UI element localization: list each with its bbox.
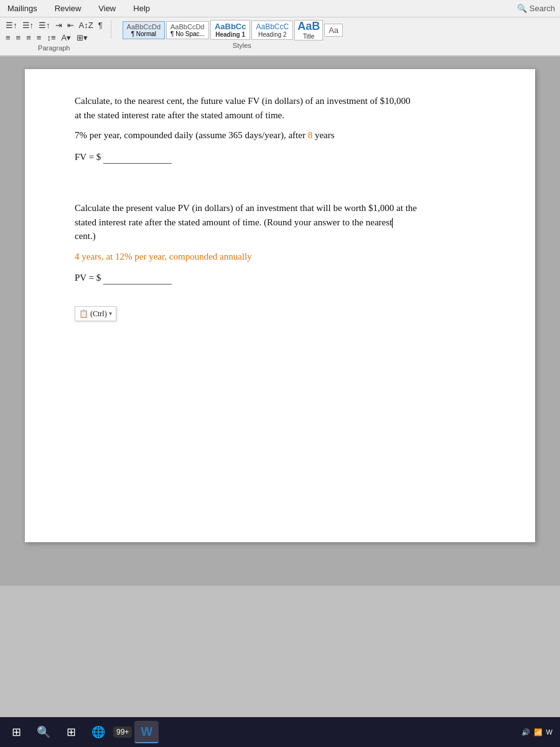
paragraph-controls: ☰↑ ☰↑ ☰↑ ⇥ ⇤ A↕Z ¶ — [4, 20, 105, 31]
list-icon[interactable]: ☰↑ — [37, 20, 52, 31]
tray-icon-2: 📶 — [534, 728, 543, 736]
menu-view[interactable]: View — [96, 2, 118, 14]
menu-bar: Mailings Review View Help 🔍 Search — [0, 0, 560, 17]
pilcrow-icon[interactable]: ¶ — [96, 20, 105, 31]
indent-icon[interactable]: ☰↑ — [4, 20, 19, 31]
style-nospace[interactable]: AaBbCcDd ¶ No Spac... — [166, 21, 209, 39]
taskbar-badge[interactable]: 99+ — [113, 726, 132, 738]
style-normal[interactable]: AaBbCcDd ¶ Normal — [123, 21, 165, 39]
problem2-line1: Calculate the present value PV (in dolla… — [75, 203, 417, 213]
ctrl-dropdown-arrow: ▾ — [109, 309, 112, 318]
problem1-text: Calculate, to the nearest cent, the futu… — [75, 94, 498, 122]
style-aa[interactable]: Aa — [324, 24, 343, 37]
doc-content: Calculate, to the nearest cent, the futu… — [75, 94, 498, 321]
ctrl-label: (Ctrl) — [90, 308, 107, 319]
problem1-answer-input[interactable] — [103, 150, 172, 164]
search-label[interactable]: Search — [530, 4, 555, 13]
increase-indent-icon[interactable]: ⇥ — [54, 20, 64, 31]
problem-divider — [75, 182, 498, 201]
problem1-line1: Calculate, to the nearest cent, the futu… — [75, 96, 411, 106]
doc-page: Calculate, to the nearest cent, the futu… — [25, 69, 535, 542]
taskbar-edge-icon[interactable]: 🌐 — [86, 720, 111, 745]
start-icon: ⊞ — [12, 725, 21, 739]
menu-help[interactable]: Help — [131, 2, 152, 14]
taskbar: ⊞ 🔍 ⊞ 🌐 99+ W 🔊 📶 W — [0, 717, 560, 747]
borders-icon[interactable]: ⊞▾ — [75, 32, 90, 43]
menu-review[interactable]: Review — [52, 2, 84, 14]
outdent-icon[interactable]: ☰↑ — [21, 20, 36, 31]
taskbar-word-app[interactable]: W — [134, 721, 159, 743]
menu-mailings[interactable]: Mailings — [5, 2, 40, 14]
sort-icon[interactable]: A↕Z — [77, 20, 95, 31]
word-icon: W — [141, 725, 152, 739]
taskbar-search-icon[interactable]: 🔍 — [31, 720, 56, 745]
styles-section: AaBbCcDd ¶ Normal AaBbCcDd ¶ No Spac... … — [123, 20, 343, 49]
problem1-condition-suffix: years — [312, 130, 334, 140]
problem1-condition: 7% per year, compounded daily (assume 36… — [75, 128, 498, 143]
align-right-icon[interactable]: ≡ — [24, 32, 33, 43]
paragraph-label: Paragraph — [4, 43, 105, 52]
styles-boxes: AaBbCcDd ¶ Normal AaBbCcDd ¶ No Spac... … — [123, 20, 343, 40]
taskbar-tray: 🔊 📶 W — [521, 728, 556, 736]
problem1-answer-label: FV = $ — [75, 150, 101, 164]
tray-clock: W — [546, 728, 553, 736]
line-spacing-icon[interactable]: ↕≡ — [45, 32, 57, 43]
doc-area: Calculate, to the nearest cent, the futu… — [0, 57, 560, 586]
taskbar-grid-icon[interactable]: ⊞ — [58, 720, 83, 745]
problem2-line2: stated interest rate after the stated am… — [75, 217, 392, 227]
problem1-line2: at the stated interest rate after the st… — [75, 110, 284, 120]
ribbon: ☰↑ ☰↑ ☰↑ ⇥ ⇤ A↕Z ¶ ≡ ≡ ≡ ≡ ↕≡ A▾ — [0, 17, 560, 57]
badge-count: 99+ — [116, 728, 129, 736]
paste-icon: 📋 — [79, 308, 88, 319]
justify-icon[interactable]: ≡ — [35, 32, 44, 43]
problem2-text: Calculate the present value PV (in dolla… — [75, 201, 498, 243]
style-heading2[interactable]: AaBbCcC Heading 2 — [251, 21, 293, 40]
taskbar-start-button[interactable]: ⊞ — [4, 720, 29, 745]
tray-icon-1: 🔊 — [521, 728, 530, 736]
problem1-condition-text: 7% per year, compounded daily (assume 36… — [75, 130, 308, 140]
styles-label: Styles — [141, 40, 343, 49]
ribbon-row1-icons: ☰↑ ☰↑ ☰↑ ⇥ ⇤ A↕Z ¶ — [4, 20, 105, 31]
ribbon-divider-1 — [111, 20, 111, 39]
paragraph-section: ☰↑ ☰↑ ☰↑ ⇥ ⇤ A↕Z ¶ ≡ ≡ ≡ ≡ ↕≡ A▾ — [4, 20, 105, 52]
search-box: 🔍 Search — [517, 4, 555, 13]
problem1-answer-line: FV = $ — [75, 150, 498, 164]
shading-icon[interactable]: A▾ — [59, 32, 73, 43]
style-heading1[interactable]: AaBbCc Heading 1 — [210, 20, 251, 40]
problem2-condition: 4 years, at 12% per year, compounded ann… — [75, 250, 498, 264]
ctrl-tooltip-container: 📋 (Ctrl) ▾ — [75, 304, 498, 321]
decrease-indent-icon[interactable]: ⇤ — [65, 20, 76, 31]
problem2-highlight: 12% — [115, 251, 133, 261]
style-title-big[interactable]: AaB Title — [294, 20, 323, 40]
problem2-condition-text: 4 years, at — [75, 251, 115, 261]
cursor-p2 — [392, 218, 393, 228]
problem2-line3: cent.) — [75, 231, 96, 241]
problem2-answer-input[interactable] — [103, 271, 172, 284]
problem2-answer-line: PV = $ — [75, 271, 498, 285]
ctrl-tooltip[interactable]: 📋 (Ctrl) ▾ — [75, 306, 116, 321]
search-icon: 🔍 — [517, 4, 527, 13]
align-left-icon[interactable]: ≡ — [4, 32, 12, 43]
problem2-answer-label: PV = $ — [75, 271, 101, 285]
problem2-condition-suffix: per year, compounded annually — [132, 251, 251, 261]
align-center-icon[interactable]: ≡ — [14, 32, 23, 43]
